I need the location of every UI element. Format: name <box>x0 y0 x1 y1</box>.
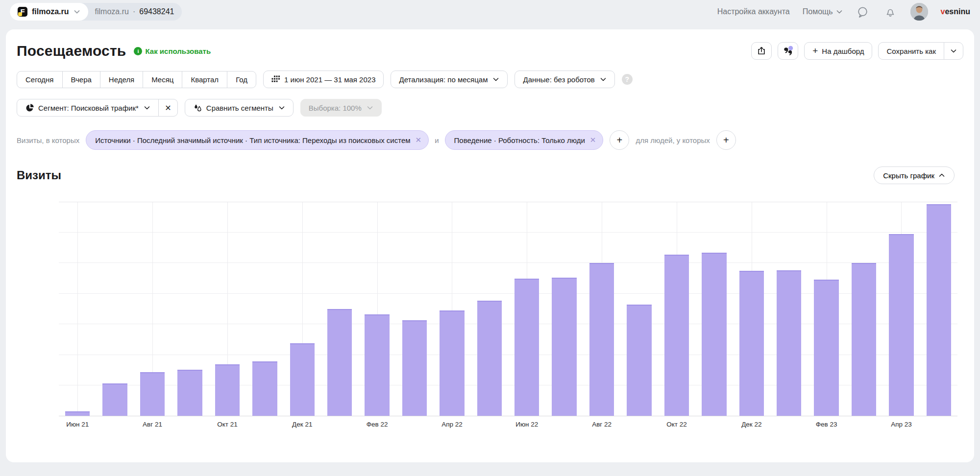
filter-chip[interactable]: Поведение · Роботность: Только люди✕ <box>445 130 604 150</box>
chat-icon[interactable] <box>856 4 870 19</box>
chart-x-label: Окт 21 <box>209 421 246 428</box>
chart-x-label <box>471 421 508 428</box>
chart-bar-cell <box>246 202 283 416</box>
chart-x-label: Авг 21 <box>134 421 171 428</box>
chart-x-label: Дек 21 <box>284 421 321 428</box>
period-button-5[interactable]: Год <box>227 71 256 88</box>
counter-id: 69438241 <box>139 7 174 16</box>
chart-bar-cell <box>583 202 620 416</box>
add-to-dashboard-label: На дашборд <box>822 47 864 55</box>
filter-chip[interactable]: Источники · Последний значимый источник … <box>86 130 429 150</box>
segment-dropdown[interactable]: Сегмент: Поисковый трафик* <box>17 99 159 117</box>
period-button-2[interactable]: Неделя <box>100 71 143 88</box>
top-bar: F filmoza.ru filmoza.ru · 69438241 Настр… <box>0 0 980 24</box>
chart-bar[interactable] <box>552 278 576 416</box>
chart-bar[interactable] <box>440 310 464 416</box>
user-avatar[interactable] <box>910 3 928 21</box>
save-as-menu-button[interactable] <box>944 42 963 60</box>
chart-bar[interactable] <box>327 309 352 416</box>
chevron-down-icon <box>836 8 843 15</box>
chart-bar[interactable] <box>777 270 801 416</box>
chip-remove-icon[interactable]: ✕ <box>590 136 596 144</box>
visits-in-which-label: Визиты, в которых <box>17 136 79 144</box>
chart-x-label <box>695 421 733 428</box>
chart-x-label: Апр 23 <box>882 421 920 428</box>
chart-bar[interactable] <box>514 279 539 416</box>
counter-select-button[interactable]: F filmoza.ru <box>10 3 88 21</box>
chart-x-label: Окт 22 <box>658 421 695 428</box>
chart-bar[interactable] <box>477 301 502 416</box>
chart-bar[interactable] <box>852 263 876 416</box>
add-to-dashboard-button[interactable]: + На дашборд <box>804 42 872 60</box>
period-button-3[interactable]: Месяц <box>143 71 182 88</box>
site-favicon: F <box>18 7 27 17</box>
chart-bar[interactable] <box>290 343 315 416</box>
detail-label: Детализация: по месяцам <box>399 75 488 84</box>
help-icon[interactable]: ? <box>622 74 633 85</box>
export-button[interactable] <box>751 42 772 60</box>
filter-chip-label: Источники · Последний значимый источник … <box>95 136 410 144</box>
chart-bar[interactable] <box>814 280 838 416</box>
hide-chart-button[interactable]: Скрыть график <box>874 167 955 184</box>
chart-bar-cell <box>59 202 96 416</box>
chart-bar[interactable] <box>927 204 951 416</box>
chevron-down-icon <box>950 48 957 54</box>
detail-dropdown[interactable]: Детализация: по месяцам <box>391 71 508 88</box>
chart-bar-cell <box>284 202 321 416</box>
chart-x-label <box>845 421 882 428</box>
segment-clear-button[interactable]: ✕ <box>158 99 178 117</box>
chart-title: Визиты <box>17 168 61 182</box>
username[interactable]: vesninu <box>941 7 970 16</box>
chart-bar[interactable] <box>65 411 90 416</box>
chart-bar[interactable] <box>702 253 726 416</box>
counter-switcher: F filmoza.ru filmoza.ru · 69438241 <box>10 3 182 21</box>
chart-bar[interactable] <box>140 372 165 416</box>
help-menu[interactable]: Помощь <box>803 7 843 16</box>
chart-bar-cell <box>695 202 733 416</box>
chart-x-labels: Июн 21Авг 21Окт 21Дек 21Фев 22Апр 22Июн … <box>59 421 957 428</box>
chart-bar[interactable] <box>739 271 764 416</box>
drops-icon <box>193 103 202 113</box>
add-people-condition-button[interactable]: + <box>716 130 736 150</box>
chart-x-label <box>545 421 583 428</box>
how-to-use-link[interactable]: i Как использовать <box>134 47 211 55</box>
chart-x-label <box>246 421 283 428</box>
chart-bar[interactable] <box>102 383 127 416</box>
chart-bar[interactable] <box>889 234 913 416</box>
compare-segments-dropdown[interactable]: Сравнить сегменты <box>185 99 294 117</box>
add-visit-condition-button[interactable]: + <box>610 130 629 150</box>
notifications-bell-icon[interactable] <box>883 4 898 19</box>
chart-bar[interactable] <box>252 361 277 416</box>
sampling-dropdown[interactable]: Выборка: 100% <box>300 99 382 117</box>
chevron-down-icon <box>144 104 150 111</box>
save-as-button[interactable]: Сохранить как <box>878 42 944 60</box>
period-button-4[interactable]: Квартал <box>182 71 227 88</box>
chip-remove-icon[interactable]: ✕ <box>416 136 422 144</box>
chart-bar[interactable] <box>215 364 240 416</box>
chart-bar[interactable] <box>402 320 427 416</box>
account-settings-link[interactable]: Настройка аккаунта <box>717 7 790 16</box>
chart-bar[interactable] <box>627 305 651 416</box>
chart-bar[interactable] <box>365 314 389 416</box>
chart-x-label <box>620 421 658 428</box>
save-as-split-button: Сохранить как <box>878 42 963 60</box>
info-icon: i <box>134 47 142 55</box>
chart-x-label <box>96 421 133 428</box>
period-button-0[interactable]: Сегодня <box>17 71 63 88</box>
chart-bar[interactable] <box>664 255 689 416</box>
chart-bar[interactable] <box>177 370 202 416</box>
chart-bar[interactable] <box>589 263 614 416</box>
chart-plot <box>59 202 957 416</box>
data-mode-dropdown[interactable]: Данные: без роботов <box>514 71 614 88</box>
hide-chart-label: Скрыть график <box>883 171 934 180</box>
how-to-use-label: Как использовать <box>145 47 211 55</box>
export-icon <box>757 46 766 56</box>
period-button-1[interactable]: Вчера <box>62 71 100 88</box>
dot-separator: · <box>133 7 135 16</box>
segment-split-button: Сегмент: Поисковый трафик* ✕ <box>17 99 178 117</box>
ai-assistant-button[interactable] <box>778 42 798 60</box>
plus-icon: + <box>812 46 818 55</box>
date-range-button[interactable]: 1 июн 2021 — 31 мая 2023 <box>263 71 384 88</box>
chart-bar-cell <box>396 202 433 416</box>
chart-bar-cell <box>171 202 208 416</box>
